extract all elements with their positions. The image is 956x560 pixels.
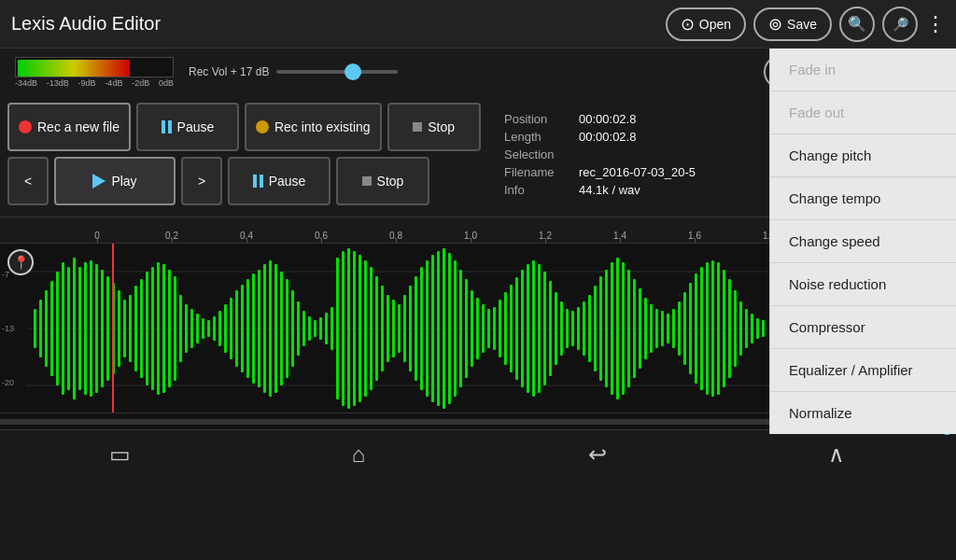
info-label: Info: [504, 183, 568, 197]
menu-item-normalize[interactable]: Normalize: [770, 392, 956, 434]
svg-rect-28: [174, 276, 176, 381]
left-controls: Rec a new file Pause Rec into existing S…: [7, 103, 484, 205]
zoom-button[interactable]: 🔎: [882, 7, 918, 42]
svg-rect-133: [762, 320, 765, 337]
svg-rect-53: [314, 320, 316, 337]
db-label-1: -13: [2, 324, 24, 333]
svg-rect-44: [263, 264, 266, 393]
menu-item-change-pitch[interactable]: Change pitch: [770, 134, 956, 177]
svg-rect-45: [269, 260, 272, 397]
rec-into-icon: [256, 120, 269, 133]
svg-rect-52: [308, 316, 311, 341]
menu-item-change-pitch-label: Change pitch: [789, 147, 871, 163]
nav-menu-button[interactable]: ∧: [808, 430, 865, 479]
nav-square-button[interactable]: ▭: [91, 430, 148, 479]
stop-button-2[interactable]: Stop: [336, 157, 429, 205]
svg-rect-94: [543, 272, 546, 385]
svg-rect-77: [448, 253, 451, 404]
svg-rect-23: [146, 272, 148, 385]
svg-rect-19: [123, 300, 126, 357]
svg-rect-29: [179, 295, 182, 362]
menu-item-compressor[interactable]: Compressor: [770, 306, 956, 349]
prev-button[interactable]: <: [7, 157, 49, 205]
rec-new-file-button[interactable]: Rec a new file: [7, 103, 131, 151]
svg-rect-83: [482, 304, 485, 353]
save-button[interactable]: ⊚ Save: [753, 7, 832, 41]
pause-icon-1: [162, 120, 172, 133]
menu-item-fade-out-label: Fade out: [789, 105, 844, 120]
menu-item-noise-reduction[interactable]: Noise reduction: [770, 263, 956, 306]
svg-rect-68: [398, 304, 401, 353]
svg-rect-59: [347, 248, 350, 409]
rec-into-label: Rec into existing: [274, 119, 371, 134]
nav-home-button[interactable]: ⌂: [330, 430, 387, 479]
svg-rect-117: [672, 309, 675, 348]
svg-rect-30: [185, 304, 188, 353]
svg-rect-82: [476, 298, 479, 359]
svg-rect-116: [667, 314, 669, 343]
svg-rect-108: [622, 262, 625, 395]
menu-item-fade-in[interactable]: Fade in: [770, 49, 956, 91]
svg-rect-84: [487, 309, 490, 348]
svg-rect-69: [403, 295, 406, 362]
ruler-mark-1: 0.2: [134, 231, 209, 241]
svg-rect-122: [700, 267, 703, 390]
svg-rect-51: [302, 311, 305, 346]
open-label: Open: [699, 17, 731, 32]
menu-item-change-speed-label: Change speed: [789, 233, 880, 249]
next-button[interactable]: >: [181, 157, 222, 205]
svg-rect-85: [493, 307, 496, 350]
svg-rect-79: [459, 270, 462, 387]
svg-rect-103: [594, 286, 597, 371]
svg-rect-118: [678, 301, 681, 356]
svg-rect-131: [751, 314, 753, 343]
menu-item-equalizer-amplifier[interactable]: Equalizer / Amplifier: [770, 349, 956, 392]
open-button[interactable]: ⊙ Open: [666, 7, 746, 41]
nav-back-button[interactable]: ↩: [569, 430, 626, 479]
svg-rect-97: [560, 301, 563, 356]
pin-icon[interactable]: 📍: [7, 249, 34, 275]
menu-item-normalize-label: Normalize: [789, 405, 852, 421]
svg-rect-57: [336, 258, 339, 399]
menu-item-change-speed[interactable]: Change speed: [770, 220, 956, 263]
search-button[interactable]: 🔍: [839, 7, 875, 42]
svg-rect-111: [639, 288, 641, 369]
svg-rect-73: [426, 260, 429, 397]
stop-button-1[interactable]: Stop: [387, 103, 481, 151]
menu-item-change-tempo-label: Change tempo: [789, 190, 880, 206]
db-label-2: -20: [2, 378, 24, 387]
stop-label-1: Stop: [428, 119, 455, 134]
svg-rect-88: [510, 285, 513, 372]
svg-rect-65: [381, 286, 384, 371]
more-button[interactable]: ⋮: [925, 12, 945, 36]
ruler-mark-8: 1.6: [657, 231, 732, 241]
svg-rect-14: [95, 264, 98, 393]
vu-label-4: -2dB: [132, 78, 149, 88]
volume-slider[interactable]: [276, 70, 398, 74]
svg-rect-4: [39, 300, 42, 357]
menu-item-noise-reduction-label: Noise reduction: [789, 276, 886, 292]
svg-rect-15: [101, 270, 104, 387]
svg-rect-125: [717, 262, 720, 395]
pause-button-1[interactable]: Pause: [136, 103, 239, 151]
dropdown-menu: Fade in Fade out Change pitch Change tem…: [769, 49, 956, 434]
next-label: >: [198, 174, 205, 189]
svg-rect-48: [286, 279, 288, 378]
svg-rect-71: [415, 276, 417, 381]
vu-label-5: 0dB: [159, 78, 174, 88]
svg-rect-126: [723, 270, 725, 387]
vu-meter: [15, 57, 174, 77]
pause-button-2[interactable]: Pause: [228, 157, 330, 205]
position-label: Position: [504, 112, 568, 126]
playhead: [112, 244, 114, 413]
rec-into-existing-button[interactable]: Rec into existing: [245, 103, 382, 151]
svg-rect-130: [745, 309, 748, 348]
menu-item-change-tempo[interactable]: Change tempo: [770, 177, 956, 220]
menu-item-fade-in-label: Fade in: [789, 62, 836, 77]
svg-rect-42: [252, 273, 255, 384]
svg-rect-5: [45, 290, 48, 367]
menu-item-fade-out[interactable]: Fade out: [770, 91, 956, 134]
svg-rect-90: [521, 270, 524, 387]
play-button[interactable]: Play: [54, 157, 176, 205]
pause-label-1: Pause: [177, 119, 215, 134]
